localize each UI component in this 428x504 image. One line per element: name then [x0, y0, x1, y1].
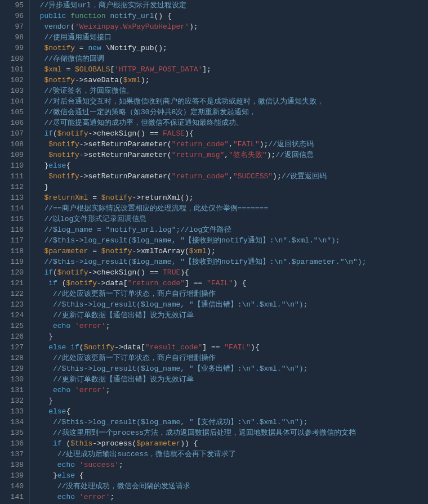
line-number: 109	[5, 150, 24, 160]
token-string2: "FAIL"	[233, 140, 260, 148]
code-line[interactable]: //此处应该更新一下订单状态，商户自行增删操作	[31, 353, 428, 363]
token-comment: //==商户根据实际情况设置相应的处理流程，此处仅作举例=======	[44, 204, 268, 213]
token-plain	[31, 407, 48, 416]
code-line[interactable]: $notify->setReturnParameter("return_msg"…	[31, 150, 428, 160]
line-number: 137	[5, 449, 24, 460]
code-line[interactable]: echo 'error';	[31, 321, 428, 331]
code-line[interactable]: else{	[31, 406, 428, 417]
code-line[interactable]: vendor('Weixinpay.WxPayPubHelper');	[31, 21, 428, 32]
code-line[interactable]: if ($this->process($parameter)) {	[31, 438, 428, 449]
token-comment: //我这里用到一个process方法，成功返回数据后处理，返回地数据具体可以参考…	[53, 429, 356, 437]
code-line[interactable]: //处理成功后输出success，微信就不会再下发请求了	[31, 449, 428, 460]
code-line[interactable]: //$log_name = "notify_url.log";//log文件路径	[31, 224, 428, 235]
line-number: 139	[5, 470, 24, 481]
token-plain: (	[79, 343, 84, 352]
token-comment: //异步通知url，商户根据实际开发过程设定	[40, 1, 186, 10]
code-line[interactable]: }	[31, 395, 428, 406]
code-line[interactable]: //更新订单数据【通信出错】设为无效订单	[31, 374, 428, 385]
token-plain: ;	[106, 322, 110, 330]
code-line[interactable]: //没有处理成功，微信会间隔的发送请求	[31, 481, 428, 492]
code-line[interactable]: //$this->log_result($log_name, "【接收到的not…	[31, 256, 428, 267]
token-plain: ,	[224, 151, 229, 159]
token-comment: //此处应该更新一下订单状态，商户自行增删操作	[53, 354, 216, 362]
code-line[interactable]: echo 'error';	[31, 492, 428, 502]
token-plain	[31, 300, 53, 309]
line-number: 131	[5, 385, 24, 395]
token-plain: }	[31, 332, 53, 341]
token-plain: (	[57, 279, 66, 287]
code-line[interactable]: //异步通知url，商户根据实际开发过程设定	[31, 0, 428, 11]
token-plain: ] ==	[202, 343, 224, 352]
line-number: 135	[5, 428, 24, 438]
code-line[interactable]: $notify->saveData($xml);	[31, 75, 428, 86]
code-line[interactable]: //此处应该更新一下订单状态，商户自行增删操作	[31, 289, 428, 299]
code-line[interactable]: //尽可能提高通知的成功率，但微信不保证通知最终能成功。	[31, 118, 428, 128]
token-var: $notify	[48, 151, 79, 159]
line-number: 117	[5, 235, 24, 246]
code-line[interactable]: //$this->log_result($log_name, "【支付成功】:\…	[31, 417, 428, 428]
line-number: 129	[5, 363, 24, 374]
code-line[interactable]: //对后台通知交互时，如果微信收到商户的应答不是成功或超时，微信认为通知失败，	[31, 96, 428, 107]
token-plain: ->process(	[92, 439, 136, 448]
code-content-area[interactable]: //异步通知url，商户根据实际开发过程设定 public function n…	[29, 0, 428, 504]
code-line[interactable]: }else{	[31, 160, 428, 171]
code-line[interactable]: //以log文件形式记录回调信息	[31, 214, 428, 224]
code-line[interactable]: $notify->setReturnParameter("return_code…	[31, 171, 428, 182]
code-line[interactable]: if($notify->checkSign() == FALSE){	[31, 128, 428, 139]
code-line[interactable]: public function notify_url() {	[31, 11, 428, 21]
code-line[interactable]: $notify = new \Notify_pub();	[31, 43, 428, 53]
code-line[interactable]: }else {	[31, 470, 428, 481]
code-line[interactable]: //微信会通过一定的策略（如30分钟共8次）定期重新发起通知，	[31, 107, 428, 118]
token-string2: "return_code"	[172, 172, 229, 181]
code-line[interactable]: $parameter = $notify->xmlToArray($xml);	[31, 246, 428, 256]
code-line[interactable]: //我这里用到一个process方法，成功返回数据后处理，返回地数据具体可以参考…	[31, 428, 428, 438]
line-number: 110	[5, 160, 24, 171]
token-var: $xml	[44, 65, 61, 74]
code-line[interactable]: }	[31, 182, 428, 192]
code-line[interactable]: //存储微信的回调	[31, 53, 428, 64]
token-plain	[31, 194, 44, 202]
code-line[interactable]: $notify->setReturnParameter("return_code…	[31, 139, 428, 150]
token-var: $parameter	[44, 247, 88, 255]
code-line[interactable]: //更新订单数据【通信出错】设为无效订单	[31, 310, 428, 321]
code-line[interactable]: $returnXml = $notify->returnXml();	[31, 192, 428, 203]
code-line[interactable]: //$this->log_result($log_name, "【业务出错】:\…	[31, 363, 428, 374]
line-number: 115	[5, 214, 24, 224]
line-number: 113	[5, 192, 24, 203]
token-plain	[31, 429, 53, 437]
code-line[interactable]: if ($notify->data["return_code"] == "FAI…	[31, 278, 428, 289]
token-var: $notify	[48, 172, 79, 181]
token-keyword: echo	[53, 386, 70, 394]
code-line[interactable]: else if($notify->data["result_code"] == …	[31, 342, 428, 353]
token-string2: 'error'	[75, 386, 106, 394]
token-keyword: else	[48, 407, 66, 416]
token-plain: ->checkSign() ==	[88, 129, 163, 138]
token-plain: ] ==	[185, 279, 207, 287]
code-line[interactable]: //==商户根据实际情况设置相应的处理流程，此处仅作举例=======	[31, 203, 428, 214]
token-string2: 'error'	[75, 322, 106, 330]
token-plain: );	[141, 76, 150, 84]
code-line[interactable]: $xml = $GLOBALS['HTTP_RAW_POST_DATA'];	[31, 64, 428, 75]
line-number: 107	[5, 128, 24, 139]
line-number: 124	[5, 310, 24, 321]
token-var: $notify	[57, 129, 88, 138]
token-plain: ->saveData(	[75, 76, 123, 84]
code-line[interactable]: echo 'success';	[31, 460, 428, 470]
line-number: 132	[5, 395, 24, 406]
code-line[interactable]: }	[31, 331, 428, 342]
code-line[interactable]: //验证签名，并回应微信。	[31, 86, 428, 96]
token-plain	[31, 119, 44, 127]
code-line[interactable]: echo 'error';	[31, 385, 428, 395]
code-line[interactable]: //使用通用通知接口	[31, 32, 428, 43]
token-string2: "FAIL"	[224, 343, 251, 352]
token-plain: ];	[202, 65, 211, 74]
token-plain	[31, 439, 53, 448]
code-line[interactable]: //$this->log_result($log_name, "【接收到的not…	[31, 235, 428, 246]
token-func: notify_url	[110, 12, 154, 20]
token-plain	[31, 215, 44, 223]
code-line[interactable]: if($notify->checkSign() == TRUE){	[31, 267, 428, 278]
token-string2: 'Weixinpay.WxPayPubHelper'	[75, 22, 189, 31]
code-line[interactable]: //$this->log_result($log_name, "【通信出错】:\…	[31, 299, 428, 310]
token-plain	[31, 151, 48, 159]
token-plain: ;	[119, 461, 123, 469]
